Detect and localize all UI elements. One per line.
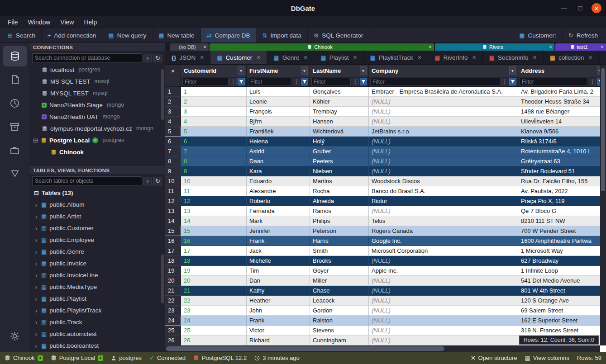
row-number[interactable]: 2	[165, 97, 181, 107]
table-row[interactable]: 2020DanMiller(NULL)541 Del Medio Avenue	[165, 276, 606, 286]
status-3-minutes-ago[interactable]: 3 minutes ago	[254, 355, 300, 361]
chevron-right-icon[interactable]: ›	[34, 236, 38, 243]
table-row[interactable]: 55FrantišekWichterlováJetBrains s.r.o.Kl…	[165, 127, 606, 137]
cell-firstname[interactable]: Jack	[247, 246, 310, 256]
kebab-icon[interactable]: ⋮	[352, 78, 359, 85]
toolbar-search[interactable]: ⊞Search	[2, 28, 42, 43]
row-number[interactable]: 12	[165, 196, 181, 206]
connections-search-input[interactable]	[32, 53, 142, 62]
connection-postgre-local[interactable]: ⊟Postgre Local✓postgres	[29, 134, 165, 146]
minimize-icon[interactable]: —	[559, 3, 569, 13]
cell-company[interactable]: Apple Inc.	[369, 266, 518, 276]
cell-company[interactable]: Telus	[369, 216, 518, 226]
table-row[interactable]: 99KaraNielsen(NULL)Sřnder Boulevard 51	[165, 166, 606, 176]
close-icon[interactable]: ×	[429, 44, 432, 50]
tab-json[interactable]: {}JSON×	[165, 51, 210, 64]
close-icon[interactable]: ×	[588, 54, 592, 61]
menu-window[interactable]: Window	[23, 16, 56, 28]
cell-address[interactable]: 8210 111 ST NW	[518, 216, 606, 226]
sidebar-item-public-autoinctest[interactable]: ›▦public.autoinctest	[29, 328, 165, 340]
cell-customerid[interactable]: 10	[181, 176, 247, 186]
close-icon[interactable]: ×	[472, 54, 476, 61]
row-number[interactable]: 24	[165, 316, 181, 326]
sidebar-item-public-playlist[interactable]: ›▦public.Playlist	[29, 293, 165, 304]
cell-lastname[interactable]: Smith	[310, 246, 369, 256]
tab-playlisttrack[interactable]: ▦PlaylistTrack×	[364, 51, 429, 64]
chevron-right-icon[interactable]: ›	[34, 319, 38, 326]
status-view-columns[interactable]: ▦View columns	[525, 355, 569, 361]
row-number[interactable]: 20	[165, 276, 181, 286]
iconbar-filter-icon[interactable]	[3, 163, 27, 184]
cell-company[interactable]: Rogers Canada	[369, 226, 518, 236]
cell-lastname[interactable]: Cunningham	[310, 336, 369, 345]
column-header-company[interactable]: Company▾	[369, 65, 518, 77]
cell-firstname[interactable]: Leonie	[247, 97, 310, 107]
connection-mysql-test[interactable]: MYSQL TESTmysql	[29, 87, 165, 99]
filter-input[interactable]	[520, 78, 588, 85]
sidebar-item-public-employee[interactable]: ›▦public.Employee	[29, 234, 165, 246]
cell-address[interactable]: 801 W 4th Street	[518, 286, 606, 296]
cell-company[interactable]: JetBrains s.r.o.	[369, 127, 518, 137]
connection-localhost[interactable]: localhostpostgres	[29, 64, 165, 76]
cell-address[interactable]: 541 Del Medio Avenue	[518, 276, 606, 286]
database-chinook[interactable]: Chinook	[29, 146, 165, 158]
close-icon[interactable]: ×	[200, 54, 204, 61]
cell-address[interactable]: Ullevĺlsveien 14	[518, 117, 606, 127]
cell-firstname[interactable]: Mark	[247, 216, 310, 226]
table-row[interactable]: 1111AlexandreRochaBanco do Brasil S.A.Av…	[165, 186, 606, 196]
cell-firstname[interactable]: Kara	[247, 166, 310, 176]
cell-customerid[interactable]: 11	[181, 186, 247, 196]
db-tab-chinook[interactable]: Chinook×	[210, 43, 434, 51]
cell-firstname[interactable]: Kathy	[247, 286, 310, 296]
table-row[interactable]: 1818MichelleBrooks(NULL)627 Broadway	[165, 256, 606, 266]
cell-firstname[interactable]: Daan	[247, 156, 310, 166]
row-number[interactable]: 5	[165, 127, 181, 137]
row-number[interactable]: 19	[165, 266, 181, 276]
close-icon[interactable]: ×	[353, 54, 357, 61]
kebab-icon[interactable]: ⋮	[589, 78, 596, 85]
chevron-right-icon[interactable]: ›	[34, 284, 38, 290]
cell-lastname[interactable]: Köhler	[310, 97, 369, 107]
row-number[interactable]: 6	[165, 137, 181, 147]
db-tab-no-db[interactable]: (no DB)×	[170, 43, 209, 51]
collapse-icon[interactable]: ⊟	[34, 190, 39, 196]
cell-company[interactable]: Woodstock Discos	[369, 176, 518, 186]
row-number[interactable]: 1	[165, 87, 181, 97]
chevron-down-icon[interactable]: ▾	[238, 66, 244, 75]
sidebar-item-public-album[interactable]: ›▦public.Album	[29, 199, 165, 210]
column-header-firstname[interactable]: FirstName▾	[247, 65, 310, 77]
toolbar-refresh[interactable]: ↻Refresh	[563, 28, 604, 43]
cell-lastname[interactable]: Miller	[310, 276, 369, 286]
table-row[interactable]: 2222HeatherLeacock(NULL)120 S Orange Ave	[165, 296, 606, 306]
cell-address[interactable]: Praça Pio X, 119	[518, 196, 606, 206]
cell-company[interactable]: Google Inc.	[369, 236, 518, 246]
cell-lastname[interactable]: Ralston	[310, 316, 369, 326]
cell-address[interactable]: Qe 7 Bloco G	[518, 206, 606, 216]
iconbar-history-icon[interactable]	[3, 93, 27, 113]
status-postgresql-12-2[interactable]: PostgreSQL 12.2	[193, 355, 247, 361]
cell-customerid[interactable]: 21	[181, 286, 247, 296]
chevron-right-icon[interactable]: ›	[34, 272, 38, 279]
cell-customerid[interactable]: 17	[181, 246, 247, 256]
status-rows-59[interactable]: Rows: 59	[577, 355, 601, 361]
funnel-icon[interactable]	[301, 78, 308, 85]
cell-address[interactable]: Sřnder Boulevard 51	[518, 166, 606, 176]
cell-address[interactable]: Rilská 3174/6	[518, 137, 606, 147]
filter-input[interactable]	[248, 78, 292, 85]
cell-customerid[interactable]: 5	[181, 127, 247, 137]
sidebar-item-public-track[interactable]: ›▦public.Track	[29, 316, 165, 328]
close-icon[interactable]: ×	[533, 54, 536, 61]
table-row[interactable]: 22LeonieKöhler(NULL)Theodor-Heuss-Straße…	[165, 97, 606, 107]
close-icon[interactable]: ×	[592, 3, 601, 13]
cell-company[interactable]: (NULL)	[369, 166, 518, 176]
filter-input[interactable]	[370, 78, 500, 85]
iconbar-briefcase-icon[interactable]	[3, 140, 27, 161]
column-header-lastname[interactable]: LastName▾	[310, 65, 369, 77]
cell-lastname[interactable]: Chase	[310, 286, 369, 296]
menu-file[interactable]: File	[3, 16, 23, 28]
cell-company[interactable]: (NULL)	[369, 316, 518, 326]
cell-lastname[interactable]: Tremblay	[310, 107, 369, 117]
status-postgres[interactable]: postgres	[111, 355, 142, 361]
cell-customerid[interactable]: 3	[181, 107, 247, 117]
refresh-connections-icon[interactable]: ↻	[153, 54, 162, 62]
